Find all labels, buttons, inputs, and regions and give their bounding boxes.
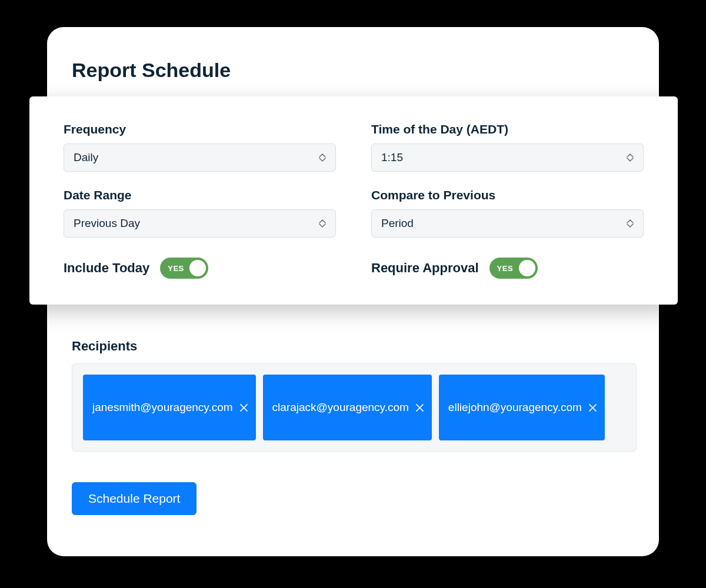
time-of-day-field: Time of the Day (AEDT) 1:15 xyxy=(371,122,644,172)
toggle-knob xyxy=(189,260,206,276)
recipient-email: janesmith@youragency.com xyxy=(92,401,233,414)
frequency-label: Frequency xyxy=(64,122,336,136)
frequency-select[interactable]: Daily xyxy=(64,143,336,172)
require-approval-label: Require Approval xyxy=(371,260,479,276)
compare-select[interactable]: Period xyxy=(371,209,644,238)
require-approval-row: Require Approval YES xyxy=(371,258,644,279)
time-of-day-label: Time of the Day (AEDT) xyxy=(371,122,644,136)
page-title: Report Schedule xyxy=(72,59,231,82)
include-today-toggle[interactable]: YES xyxy=(160,258,208,279)
frequency-field: Frequency Daily xyxy=(64,122,336,172)
date-range-value: Previous Day xyxy=(74,217,140,230)
recipients-label: Recipients xyxy=(72,339,637,354)
time-of-day-value: 1:15 xyxy=(381,151,403,164)
include-today-row: Include Today YES xyxy=(64,258,336,279)
recipients-block: Recipients janesmith@youragency.com clar… xyxy=(72,339,637,452)
include-today-label: Include Today xyxy=(64,260,149,276)
recipients-input[interactable]: janesmith@youragency.com clarajack@youra… xyxy=(72,363,637,452)
chevron-updown-icon xyxy=(627,219,634,228)
compare-field: Compare to Previous Period xyxy=(371,188,644,238)
recipient-chip: clarajack@youragency.com xyxy=(263,375,432,440)
recipient-email: clarajack@youragency.com xyxy=(272,401,409,414)
compare-label: Compare to Previous xyxy=(371,188,644,202)
toggle-state-text: YES xyxy=(168,264,184,273)
recipient-chip: elliejohn@youragency.com xyxy=(439,375,605,440)
require-approval-toggle[interactable]: YES xyxy=(489,258,538,279)
chevron-updown-icon xyxy=(319,219,326,228)
close-icon[interactable] xyxy=(240,404,248,412)
recipient-chip: janesmith@youragency.com xyxy=(83,375,256,440)
chevron-updown-icon xyxy=(627,153,634,162)
settings-card: Frequency Daily Time of the Day (AEDT) 1… xyxy=(29,96,678,305)
schedule-report-button[interactable]: Schedule Report xyxy=(72,482,197,515)
chevron-updown-icon xyxy=(319,153,326,162)
time-of-day-select[interactable]: 1:15 xyxy=(371,143,644,172)
compare-value: Period xyxy=(381,217,414,230)
date-range-field: Date Range Previous Day xyxy=(64,188,336,238)
date-range-select[interactable]: Previous Day xyxy=(64,209,336,238)
close-icon[interactable] xyxy=(589,404,597,412)
frequency-value: Daily xyxy=(74,151,98,164)
toggle-state-text: YES xyxy=(497,264,514,273)
recipient-email: elliejohn@youragency.com xyxy=(448,401,582,414)
toggle-knob xyxy=(519,260,535,276)
close-icon[interactable] xyxy=(416,404,424,412)
date-range-label: Date Range xyxy=(64,188,336,202)
